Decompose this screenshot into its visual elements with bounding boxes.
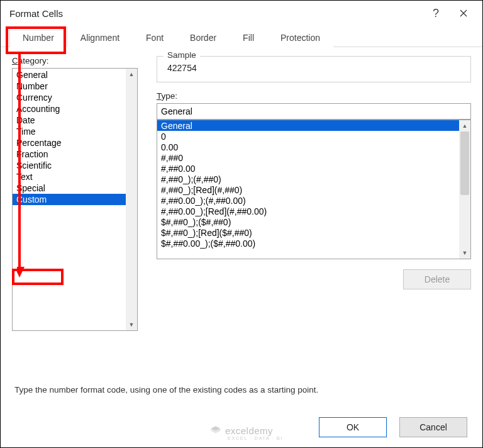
tab-border[interactable]: Border bbox=[177, 27, 230, 47]
tab-alignment[interactable]: Alignment bbox=[67, 27, 133, 47]
chevron-up-icon[interactable]: ▲ bbox=[126, 69, 137, 80]
close-icon bbox=[460, 9, 467, 17]
sample-value: 422754 bbox=[165, 63, 463, 73]
type-item[interactable]: #,##0 bbox=[157, 152, 459, 163]
watermark-icon bbox=[210, 425, 221, 436]
tab-font[interactable]: Font bbox=[133, 27, 177, 47]
category-item[interactable]: Percentage bbox=[13, 137, 126, 148]
scrollbar-thumb[interactable] bbox=[460, 132, 469, 195]
chevron-down-icon[interactable]: ▼ bbox=[459, 247, 470, 259]
category-item[interactable]: Time bbox=[13, 126, 126, 137]
type-item[interactable]: General bbox=[157, 120, 459, 131]
tab-content-number: Category: GeneralNumberCurrencyAccountin… bbox=[1, 47, 482, 407]
help-button[interactable]: ? bbox=[422, 1, 450, 26]
tab-protection[interactable]: Protection bbox=[267, 27, 333, 47]
type-item[interactable]: #,##0.00_);(#,##0.00) bbox=[157, 195, 459, 206]
ok-button[interactable]: OK bbox=[319, 417, 387, 437]
scrollbar[interactable]: ▲ ▼ bbox=[126, 69, 137, 330]
type-item[interactable]: #,##0.00_);[Red](#,##0.00) bbox=[157, 206, 459, 216]
type-item[interactable]: #,##0.00 bbox=[157, 163, 459, 174]
scrollbar[interactable]: ▲ ▼ bbox=[459, 120, 470, 259]
type-label: Type: bbox=[157, 91, 471, 101]
svg-marker-0 bbox=[211, 426, 220, 431]
category-label: Category: bbox=[12, 56, 138, 65]
tab-strip: Number Alignment Font Border Fill Protec… bbox=[1, 26, 482, 47]
sample-legend: Sample bbox=[164, 50, 200, 60]
type-item[interactable]: $#,##0.00_);($#,##0.00) bbox=[157, 238, 459, 249]
chevron-up-icon[interactable]: ▲ bbox=[459, 120, 470, 132]
type-item[interactable]: #,##0_);(#,##0) bbox=[157, 174, 459, 184]
type-item[interactable]: 0 bbox=[157, 131, 459, 142]
svg-marker-1 bbox=[211, 428, 220, 434]
type-item[interactable]: $#,##0_);[Red]($#,##0) bbox=[157, 227, 459, 238]
type-input[interactable] bbox=[157, 103, 471, 120]
category-item[interactable]: Date bbox=[13, 115, 126, 126]
category-item[interactable]: Accounting bbox=[13, 103, 126, 115]
category-item[interactable]: Number bbox=[13, 81, 126, 92]
category-item[interactable]: Currency bbox=[13, 92, 126, 103]
chevron-down-icon[interactable]: ▼ bbox=[126, 319, 137, 330]
type-listbox[interactable]: General00.00#,##0#,##0.00#,##0_);(#,##0)… bbox=[157, 120, 471, 259]
category-listbox[interactable]: GeneralNumberCurrencyAccountingDateTimeP… bbox=[12, 68, 138, 331]
category-item[interactable]: Fraction bbox=[13, 148, 126, 160]
category-item[interactable]: Custom bbox=[13, 194, 126, 205]
sample-group: Sample 422754 bbox=[157, 56, 471, 82]
tab-number[interactable]: Number bbox=[9, 27, 67, 47]
category-item[interactable]: Special bbox=[13, 182, 126, 194]
hint-text: Type the number format code, using one o… bbox=[14, 385, 318, 395]
dialog-footer: exceldemy EXCEL · DATA · BI OK Cancel bbox=[1, 407, 482, 447]
cancel-button[interactable]: Cancel bbox=[399, 417, 467, 437]
delete-button: Delete bbox=[403, 269, 471, 289]
type-item[interactable]: $#,##0_);($#,##0) bbox=[157, 216, 459, 227]
tab-fill[interactable]: Fill bbox=[230, 27, 267, 47]
category-item[interactable]: Text bbox=[13, 171, 126, 182]
watermark: exceldemy EXCEL · DATA · BI bbox=[210, 425, 273, 436]
titlebar: Format Cells ? bbox=[1, 1, 482, 26]
format-cells-dialog: Format Cells ? Number Alignment Font Bor… bbox=[0, 0, 483, 448]
category-item[interactable]: Scientific bbox=[13, 160, 126, 171]
dialog-title: Format Cells bbox=[9, 8, 63, 19]
type-item[interactable]: #,##0_);[Red](#,##0) bbox=[157, 184, 459, 195]
category-item[interactable]: General bbox=[13, 69, 126, 81]
close-button[interactable] bbox=[450, 1, 477, 26]
type-item[interactable]: 0.00 bbox=[157, 142, 459, 152]
